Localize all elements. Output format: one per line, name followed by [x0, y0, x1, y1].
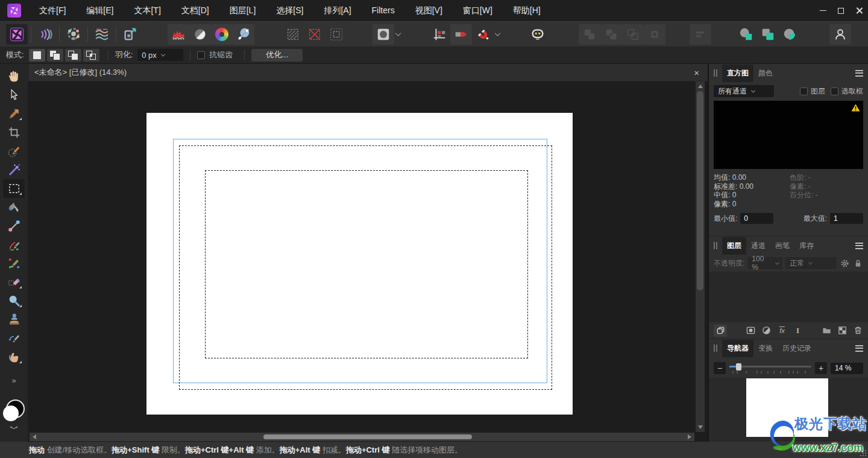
boolean-xor-button[interactable]	[644, 24, 665, 45]
selection-brush-tool[interactable]	[3, 142, 25, 161]
mode-subtract-button[interactable]	[65, 49, 81, 62]
show-grid-button[interactable]	[429, 24, 450, 45]
account-button[interactable]	[829, 24, 851, 45]
stroke-fill-color-well[interactable]	[2, 399, 25, 424]
liquify-persona-button[interactable]	[34, 24, 56, 45]
develop-persona-button[interactable]	[63, 24, 84, 45]
vertical-scrollbar[interactable]	[696, 81, 705, 432]
tab-brushes[interactable]: 画笔	[770, 237, 794, 255]
clone-stamp-tool[interactable]	[3, 310, 25, 329]
view-hand-tool[interactable]	[3, 67, 25, 86]
undo-brush-tool[interactable]	[3, 329, 25, 348]
auto-levels-button[interactable]	[168, 24, 189, 45]
menu-view[interactable]: 视图[V]	[405, 0, 453, 21]
invert-selection-button[interactable]	[326, 24, 347, 45]
blend-mode-dropdown[interactable]: 正常	[785, 257, 837, 269]
group-layers-button[interactable]	[822, 325, 832, 336]
tonemap-persona-button[interactable]	[91, 24, 113, 45]
document-tab-bar[interactable]: <未命名> [已修改] (14.3%) ×	[28, 64, 708, 81]
pixel-tool[interactable]	[3, 254, 25, 273]
menu-select[interactable]: 选择[S]	[266, 0, 313, 21]
tab-transform[interactable]: 变换	[753, 340, 778, 357]
move-to-front-button[interactable]	[735, 24, 757, 45]
menu-document[interactable]: 文档[D]	[171, 0, 219, 21]
tab-color[interactable]: 颜色	[753, 65, 778, 82]
dodge-tool[interactable]	[3, 291, 25, 310]
deselect-button[interactable]	[304, 24, 326, 45]
move-forward-button[interactable]	[757, 24, 779, 45]
tab-layers[interactable]: 图层	[722, 237, 746, 255]
document-tab-title[interactable]: <未命名> [已修改] (14.3%)	[34, 67, 127, 78]
quick-mask-dropdown[interactable]	[394, 24, 402, 45]
antialias-checkbox[interactable]	[197, 51, 205, 59]
panel-menu-icon[interactable]	[855, 345, 863, 352]
close-button[interactable]	[850, 0, 868, 21]
paint-brush-tool[interactable]	[3, 235, 25, 254]
refine-button[interactable]: 优化...	[251, 49, 303, 62]
quick-mask-button[interactable]	[373, 24, 394, 45]
new-pixel-layer-button[interactable]	[837, 325, 848, 336]
zoom-slider-thumb[interactable]	[736, 363, 741, 371]
tab-navigator[interactable]: 导航器	[722, 340, 753, 357]
boolean-intersect-button[interactable]	[622, 24, 644, 45]
tab-histogram[interactable]: 直方图	[722, 65, 753, 82]
zoom-slider[interactable]	[729, 361, 811, 375]
delete-layer-button[interactable]	[853, 325, 863, 336]
snapping-dropdown[interactable]	[494, 24, 502, 45]
force-pixel-alignment-button[interactable]	[450, 24, 472, 45]
assistant-button[interactable]	[527, 24, 549, 45]
menu-filters[interactable]: Filters	[362, 0, 405, 21]
max-value-input[interactable]: 1	[830, 213, 863, 224]
fill-color-swatch[interactable]	[3, 406, 19, 421]
opacity-dropdown[interactable]: 100 %	[747, 257, 782, 269]
select-all-button[interactable]	[282, 24, 304, 45]
menu-edit[interactable]: 编辑[E]	[76, 0, 124, 21]
swap-colors-icon[interactable]	[10, 425, 18, 431]
flood-select-tool[interactable]	[3, 161, 25, 179]
color-picker-tool[interactable]	[3, 104, 25, 123]
export-persona-button[interactable]	[119, 24, 141, 45]
minimize-button[interactable]	[814, 0, 832, 21]
marquee-checkbox[interactable]	[831, 87, 838, 95]
window-resize-grip[interactable]	[860, 450, 866, 456]
rect-marquee-tool[interactable]	[3, 179, 25, 198]
live-filter-button[interactable]: fx	[777, 325, 787, 336]
panel-drag-grip-icon[interactable]	[714, 69, 717, 77]
auto-white-balance-button[interactable]	[233, 24, 254, 45]
menu-text[interactable]: 文本[T]	[124, 0, 171, 21]
move-to-back-button[interactable]	[779, 24, 800, 45]
photo-persona-button[interactable]	[6, 24, 28, 45]
menu-file[interactable]: 文件[F]	[29, 0, 76, 21]
vertical-scroll-thumb[interactable]	[697, 91, 703, 290]
move-tool[interactable]	[3, 86, 25, 104]
layers-list-empty[interactable]	[709, 272, 868, 322]
blend-options-button[interactable]	[840, 258, 850, 269]
auto-colors-button[interactable]	[211, 24, 233, 45]
eraser-tool[interactable]	[3, 273, 25, 291]
auto-contrast-button[interactable]	[189, 24, 211, 45]
menu-help[interactable]: 帮助[H]	[503, 0, 551, 21]
boolean-subtract-button[interactable]	[600, 24, 622, 45]
menu-arrange[interactable]: 排列[A]	[313, 0, 361, 21]
gradient-tool[interactable]	[3, 217, 25, 235]
horizontal-scrollbar[interactable]	[30, 433, 694, 441]
menu-window[interactable]: 窗口[W]	[453, 0, 503, 21]
tab-history[interactable]: 历史记录	[778, 340, 816, 357]
macro-button[interactable]: I	[793, 325, 803, 336]
horizontal-scroll-thumb[interactable]	[263, 434, 472, 439]
crop-tool[interactable]	[3, 123, 25, 142]
lock-layer-button[interactable]	[853, 258, 863, 269]
panel-drag-grip-icon[interactable]	[714, 345, 717, 352]
mode-intersect-button[interactable]	[83, 49, 99, 62]
smudge-tool[interactable]	[3, 348, 25, 366]
zoom-in-button[interactable]: +	[815, 362, 827, 374]
tab-stock[interactable]: 库存	[794, 237, 819, 255]
feather-dropdown[interactable]: 0 px	[137, 49, 183, 61]
panel-drag-grip-icon[interactable]	[714, 242, 717, 249]
alignment-button[interactable]	[690, 24, 711, 45]
boolean-add-button[interactable]	[579, 24, 600, 45]
adjustment-layer-button[interactable]	[761, 325, 772, 336]
panel-menu-icon[interactable]	[855, 243, 863, 249]
navigator-thumbnail[interactable]	[746, 378, 828, 437]
layer-checkbox[interactable]	[800, 87, 808, 95]
